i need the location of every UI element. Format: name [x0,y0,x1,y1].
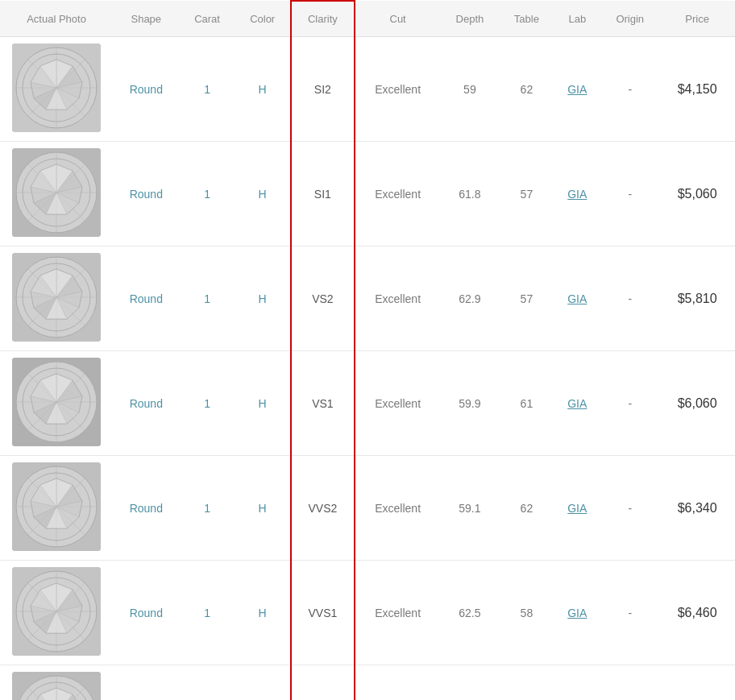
cell-photo[interactable] [0,351,113,456]
cell-photo[interactable] [0,37,113,142]
cell-clarity: SI1 [291,142,355,246]
cell-origin: - [600,142,659,246]
col-header-lab: Lab [554,1,600,37]
col-header-table: Table [499,1,554,37]
cell-origin: - [600,456,659,561]
cell-photo[interactable] [0,142,113,246]
cell-lab[interactable]: GIA [554,37,600,142]
cell-shape: Round [113,246,180,351]
col-header-price: Price [659,1,735,37]
cell-depth: 62.9 [440,246,499,351]
cell-color: H [235,142,291,246]
cell-origin: - [600,665,659,701]
cell-carat: 1 [180,665,235,701]
cell-lab[interactable]: GIA [554,665,600,701]
cell-price: $6,460 [659,561,735,665]
cell-cut: Excellent [355,246,440,351]
diamond-image[interactable] [12,148,101,237]
cell-photo[interactable] [0,246,113,351]
cell-origin: - [600,246,659,351]
cell-depth: 62.2 [440,665,499,701]
cell-price: $6,060 [659,351,735,456]
table-row: Round 1 H SI2 Excellent 59 62 GIA - $4,1… [0,37,735,142]
cell-color: H [235,246,291,351]
cell-clarity: VVS2 [291,456,355,561]
table-row: Round 1 H VVS1 Excellent 62.5 58 GIA - $… [0,561,735,665]
col-header-origin: Origin [600,1,659,37]
cell-price: $6,340 [659,456,735,561]
cell-photo[interactable] [0,456,113,561]
cell-lab[interactable]: GIA [554,561,600,665]
cell-cut: Excellent [355,456,440,561]
table-header-row: Actual Photo Shape Carat Color Clarity C… [0,1,735,37]
cell-color: H [235,351,291,456]
cell-shape: Round [113,37,180,142]
cell-carat: 1 [180,246,235,351]
cell-table: 58 [499,561,554,665]
cell-shape: Round [113,665,180,701]
cell-color: H [235,456,291,561]
table-row: Round 1 H VS2 Excellent 62.9 57 GIA - $5… [0,246,735,351]
cell-cut: Excellent [355,351,440,456]
cell-photo[interactable] [0,665,113,701]
cell-carat: 1 [180,561,235,665]
cell-cut: Excellent [355,561,440,665]
col-header-cut: Cut [355,1,440,37]
table-row: Round 1 H VS1 Excellent 59.9 61 GIA - $6… [0,351,735,456]
cell-shape: Round [113,351,180,456]
cell-origin: - [600,351,659,456]
col-header-shape: Shape [113,1,180,37]
cell-price: $5,810 [659,246,735,351]
cell-shape: Round [113,561,180,665]
cell-price: $6,940 [659,665,735,701]
col-header-carat: Carat [180,1,235,37]
cell-depth: 59.1 [440,456,499,561]
cell-depth: 62.5 [440,561,499,665]
cell-shape: Round [113,142,180,246]
cell-color: H [235,665,291,701]
cell-table: 62 [499,456,554,561]
cell-carat: 1 [180,142,235,246]
cell-table: 60 [499,665,554,701]
cell-color: H [235,37,291,142]
diamond-image[interactable] [12,358,101,446]
col-header-depth: Depth [440,1,499,37]
cell-clarity: VS2 [291,246,355,351]
table-row: Round 1 H IF Excellent 62.2 60 GIA - $6,… [0,665,735,701]
cell-depth: 59 [440,37,499,142]
diamond-image[interactable] [12,462,101,551]
cell-carat: 1 [180,351,235,456]
table-row: Round 1 H SI1 Excellent 61.8 57 GIA - $5… [0,142,735,246]
cell-table: 61 [499,351,554,456]
cell-shape: Round [113,456,180,561]
cell-color: H [235,561,291,665]
cell-cut: Excellent [355,142,440,246]
col-header-photo: Actual Photo [0,1,113,37]
cell-clarity: VS1 [291,351,355,456]
cell-table: 57 [499,246,554,351]
cell-price: $5,060 [659,142,735,246]
cell-clarity: VVS1 [291,561,355,665]
cell-cut: Excellent [355,665,440,701]
cell-carat: 1 [180,456,235,561]
cell-depth: 61.8 [440,142,499,246]
cell-depth: 59.9 [440,351,499,456]
cell-lab[interactable]: GIA [554,246,600,351]
cell-photo[interactable] [0,561,113,665]
cell-origin: - [600,561,659,665]
diamond-image[interactable] [12,43,101,132]
cell-clarity: SI2 [291,37,355,142]
cell-lab[interactable]: GIA [554,456,600,561]
cell-cut: Excellent [355,37,440,142]
cell-table: 57 [499,142,554,246]
cell-lab[interactable]: GIA [554,351,600,456]
diamond-image[interactable] [12,672,101,700]
col-header-color: Color [235,1,291,37]
cell-carat: 1 [180,37,235,142]
diamond-image[interactable] [12,253,101,342]
cell-origin: - [600,37,659,142]
table-row: Round 1 H VVS2 Excellent 59.1 62 GIA - $… [0,456,735,561]
cell-lab[interactable]: GIA [554,142,600,246]
diamond-image[interactable] [12,567,101,656]
cell-clarity: IF [291,665,355,701]
